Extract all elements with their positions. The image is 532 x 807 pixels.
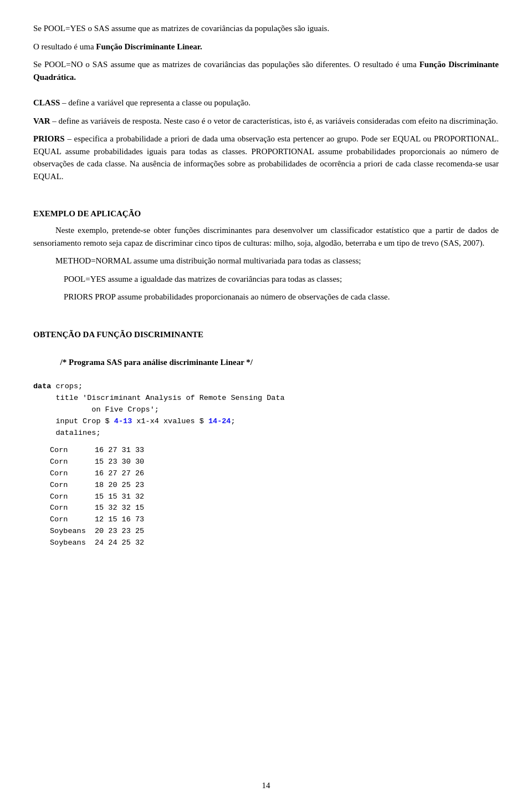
data-rows-block: Corn 16 27 31 33 Corn 15 23 30 30 Corn 1…	[33, 445, 499, 549]
text-p1: Se POOL=YES o SAS assume que as matrizes…	[33, 24, 329, 33]
code-comment-title-text: /* Programa SAS para análise discriminan…	[60, 358, 253, 367]
paragraph-2: O resultado é uma Função Discriminante L…	[33, 40, 499, 53]
text-p6-suffix: – especifica a probabilidade a priori de…	[33, 134, 499, 181]
paragraph-1: Se POOL=YES o SAS assume que as matrizes…	[33, 22, 499, 35]
code-line-3: on Five Crops';	[33, 404, 499, 416]
section1-p2: METHOD=NORMAL assume uma distribuição no…	[33, 255, 499, 267]
data-row-1: Corn 15 23 30 30	[33, 456, 499, 468]
code-line-2: title 'Discriminant Analysis of Remote S…	[33, 393, 499, 404]
paragraph-4: CLASS – define a variável que representa…	[33, 97, 499, 109]
code-block: /* Programa SAS para análise discriminan…	[33, 345, 499, 439]
section-title-2: OBTENÇÃO DA FUNÇÃO DISCRIMINANTE	[33, 330, 499, 339]
data-row-8: Soybeans 24 24 25 32	[33, 537, 499, 549]
data-row-0: Corn 16 27 31 33	[33, 445, 499, 456]
code-hl2: 14-24	[208, 417, 231, 425]
section1-p1: Neste exemplo, pretende-se obter funções…	[33, 224, 499, 249]
page: Se POOL=YES o SAS assume que as matrizes…	[0, 0, 532, 807]
paragraph-3: Se POOL=NO o SAS assume que as matrizes …	[33, 58, 499, 83]
text-s1p4: PRIORS PROP assume probabilidades propor…	[64, 292, 390, 301]
text-p3-as: as	[152, 60, 160, 69]
section-title-1: EXEMPLO DE APLICAÇÃO	[33, 209, 499, 219]
section1-p4: PRIORS PROP assume probabilidades propor…	[33, 291, 499, 303]
data-row-3: Corn 18 20 25 23	[33, 480, 499, 491]
data-row-2: Corn 16 27 27 26	[33, 468, 499, 480]
code-comment-title: /* Programa SAS para análise discriminan…	[33, 345, 499, 382]
text-p4-suffix: – define a variável que representa a cla…	[60, 98, 250, 107]
paragraph-5: VAR – define as variáveis de resposta. N…	[33, 115, 499, 128]
data-row-5: Corn 15 32 32 15	[33, 503, 499, 514]
text-p2-bold: Função Discriminante Linear.	[96, 42, 202, 51]
code-line-5: datalines;	[33, 428, 499, 439]
data-row-4: Corn 15 15 31 32	[33, 491, 499, 503]
text-p5-suffix: – define as variáveis de resposta. Neste…	[50, 116, 498, 125]
section1-p3: POOL=YES assume a igualdade das matrizes…	[33, 273, 499, 286]
text-p2-prefix: O resultado é uma	[33, 42, 96, 51]
text-priors-bold: PRIORS	[33, 134, 65, 143]
code-hl1: 4-13	[114, 417, 132, 425]
text-class-bold: CLASS	[33, 98, 60, 107]
paragraph-6: PRIORS – especifica a probabilidade a pr…	[33, 133, 499, 182]
text-var-bold: VAR	[33, 116, 50, 125]
page-number: 14	[262, 781, 270, 790]
kw-data: data	[33, 382, 51, 390]
text-p3-prefix: Se POOL=NO o SAS assume que	[33, 60, 152, 69]
text-p3-suffix: matrizes de covariâncias das populações …	[160, 60, 420, 69]
code-line-4: input Crop $ 4-13 x1-x4 xvalues $ 14-24;	[33, 416, 499, 428]
code-line-1: data crops;	[33, 381, 499, 393]
data-row-7: Soybeans 20 23 23 25	[33, 526, 499, 537]
data-row-6: Corn 12 15 16 73	[33, 514, 499, 526]
